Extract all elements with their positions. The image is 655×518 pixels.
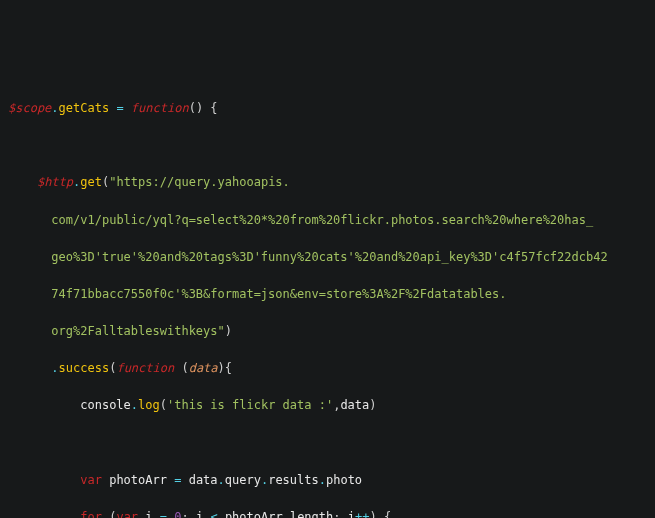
- code-line: 74f71bbacc7550f0c'%3B&format=json&env=st…: [8, 285, 647, 304]
- http-var: $http: [37, 175, 73, 189]
- code-line: $http.get("https://query.yahooapis.: [8, 173, 647, 192]
- code-line: geo%3D'true'%20and%20tags%3D'funny%20cat…: [8, 248, 647, 267]
- code-line: .success(function (data){: [8, 359, 647, 378]
- scope-var: $scope: [8, 101, 51, 115]
- url-string: "https://query.yahooapis.: [109, 175, 290, 189]
- code-line: org%2Falltableswithkeys"): [8, 322, 647, 341]
- code-line: console.log('this is flickr data :',data…: [8, 396, 647, 415]
- code-line: com/v1/public/yql?q=select%20*%20from%20…: [8, 211, 647, 230]
- code-editor: $scope.getCats = function() { $http.get(…: [8, 80, 647, 518]
- code-line: $scope.getCats = function() {: [8, 99, 647, 118]
- code-line: [8, 434, 647, 453]
- code-line: [8, 136, 647, 155]
- code-line: for (var i = 0; i < photoArr.length; i++…: [8, 508, 647, 518]
- method-getCats: getCats: [59, 101, 110, 115]
- code-line: var photoArr = data.query.results.photo: [8, 471, 647, 490]
